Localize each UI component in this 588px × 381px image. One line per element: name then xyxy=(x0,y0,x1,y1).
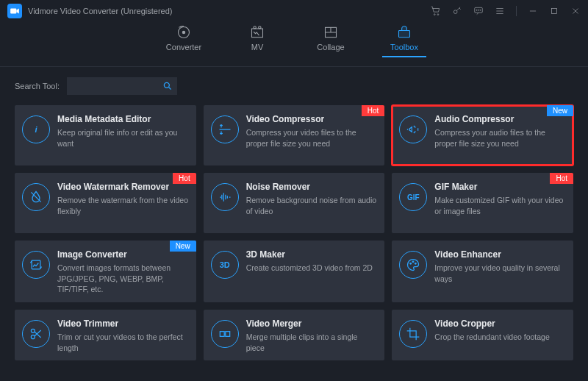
tab-converter[interactable]: Converter xyxy=(162,25,206,57)
tool-video-trimmer[interactable]: Video Trimmer Trim or cut your videos to… xyxy=(15,310,196,360)
card-desc: Trim or cut your videos to the perfect l… xyxy=(57,332,189,353)
tool-grid: i Media Metadata Editor Keep original fi… xyxy=(0,98,588,375)
badge-new: New xyxy=(170,241,196,252)
svg-point-7 xyxy=(480,10,481,10)
main-tabs: Converter MV Collage Toolbox xyxy=(0,22,588,67)
key-icon[interactable] xyxy=(452,6,462,16)
card-desc: Remove the watermark from the video flex… xyxy=(57,195,189,216)
badge-hot: Hot xyxy=(173,173,196,184)
tab-mv[interactable]: MV xyxy=(235,25,279,57)
titlebar-controls xyxy=(431,6,581,16)
svg-point-1 xyxy=(434,14,435,15)
card-title: Noise Remover xyxy=(246,182,378,192)
tool-video-compressor[interactable]: Hot Video Compressor Compress your video… xyxy=(204,105,385,165)
app-title: Vidmore Video Converter (Unregistered) xyxy=(28,7,172,15)
svg-point-20 xyxy=(415,263,417,265)
divider xyxy=(516,6,517,16)
app-logo xyxy=(7,4,22,18)
compress-icon xyxy=(211,115,239,143)
tool-video-cropper[interactable]: Video Cropper Crop the redundant video f… xyxy=(392,310,573,360)
svg-rect-0 xyxy=(10,9,16,14)
tool-gif-maker[interactable]: Hot GIF GIF Maker Make customized GIF wi… xyxy=(392,173,573,233)
titlebar: Vidmore Video Converter (Unregistered) xyxy=(0,0,588,22)
scissors-icon xyxy=(22,320,50,348)
card-desc: Merge multiple clips into a single piece xyxy=(246,332,378,353)
3d-icon: 3D xyxy=(211,251,239,279)
badge-hot: Hot xyxy=(362,105,385,116)
card-title: GIF Maker xyxy=(434,182,566,192)
badge-new: New xyxy=(547,105,573,116)
waveform-icon xyxy=(211,183,239,211)
card-desc: Keep original file info or edit as you w… xyxy=(57,127,189,149)
tab-toolbox[interactable]: Toolbox xyxy=(382,25,426,57)
svg-point-5 xyxy=(476,10,477,10)
menu-icon[interactable] xyxy=(495,6,505,16)
tool-image-converter[interactable]: New Image Converter Convert images forma… xyxy=(15,241,196,302)
card-title: Video Cropper xyxy=(434,318,566,329)
tool-noise-remover[interactable]: Noise Remover Remove background noise fr… xyxy=(204,173,385,233)
tool-video-merger[interactable]: Video Merger Merge multiple clips into a… xyxy=(204,310,385,360)
card-desc: Create customized 3D video from 2D xyxy=(246,263,378,274)
info-icon: i xyxy=(22,115,50,143)
droplet-slash-icon xyxy=(22,183,50,211)
card-desc: Make customized GIF with your video or i… xyxy=(434,195,566,216)
card-desc: Convert images formats between JPG/JPEG,… xyxy=(57,263,189,295)
card-desc: Improve your video quality in several wa… xyxy=(434,263,566,284)
search-label: Search Tool: xyxy=(15,82,60,90)
badge-hot: Hot xyxy=(550,173,573,184)
tool-audio-compressor[interactable]: New Audio Compressor Compress your audio… xyxy=(392,105,573,165)
palette-icon xyxy=(399,251,427,279)
card-desc: Compress your video files to the proper … xyxy=(246,127,378,149)
tab-label: Toolbox xyxy=(390,43,418,51)
svg-point-3 xyxy=(453,10,457,14)
svg-point-19 xyxy=(412,261,414,263)
tab-collage[interactable]: Collage xyxy=(309,25,353,57)
svg-rect-24 xyxy=(225,332,229,337)
audio-compress-icon xyxy=(399,115,427,143)
card-title: 3D Maker xyxy=(246,249,378,260)
tool-3d-maker[interactable]: 3D 3D Maker Create customized 3D video f… xyxy=(204,241,385,302)
search-icon[interactable] xyxy=(162,81,173,94)
tab-label: Converter xyxy=(166,43,201,51)
search-bar: Search Tool: xyxy=(0,67,588,98)
svg-rect-23 xyxy=(220,332,224,337)
svg-point-2 xyxy=(437,14,439,15)
card-desc: Crop the redundant video footage xyxy=(434,332,566,343)
close-button[interactable] xyxy=(570,6,581,16)
card-title: Video Trimmer xyxy=(57,318,189,329)
tool-video-enhancer[interactable]: Video Enhancer Improve your video qualit… xyxy=(392,241,573,302)
card-desc: Remove background noise from audio of vi… xyxy=(246,195,378,216)
svg-point-16 xyxy=(164,82,169,88)
card-title: Video Merger xyxy=(246,318,378,329)
svg-rect-17 xyxy=(32,260,40,269)
maximize-button[interactable] xyxy=(549,6,559,16)
card-title: Media Metadata Editor xyxy=(57,114,189,124)
tab-label: MV xyxy=(251,43,264,51)
card-title: Video Compressor xyxy=(246,114,378,124)
svg-point-13 xyxy=(259,26,261,29)
feedback-icon[interactable] xyxy=(473,6,484,16)
crop-icon xyxy=(399,320,427,348)
gif-icon: GIF xyxy=(399,183,427,211)
search-input[interactable] xyxy=(67,77,177,95)
svg-rect-8 xyxy=(552,9,557,14)
svg-point-10 xyxy=(182,31,184,33)
card-title: Video Enhancer xyxy=(434,249,566,260)
minimize-button[interactable] xyxy=(528,6,538,16)
card-title: Video Watermark Remover xyxy=(57,182,189,192)
merge-icon xyxy=(211,320,239,348)
tool-media-metadata-editor[interactable]: i Media Metadata Editor Keep original fi… xyxy=(15,105,196,165)
tab-label: Collage xyxy=(317,43,344,51)
card-desc: Compress your audio files to the proper … xyxy=(434,127,566,149)
svg-point-6 xyxy=(478,10,479,10)
svg-rect-15 xyxy=(399,31,410,38)
svg-point-12 xyxy=(254,26,256,29)
cart-icon[interactable] xyxy=(431,6,441,16)
tool-video-watermark-remover[interactable]: Hot Video Watermark Remover Remove the w… xyxy=(15,173,196,233)
svg-point-18 xyxy=(410,263,412,265)
image-convert-icon xyxy=(22,251,50,279)
